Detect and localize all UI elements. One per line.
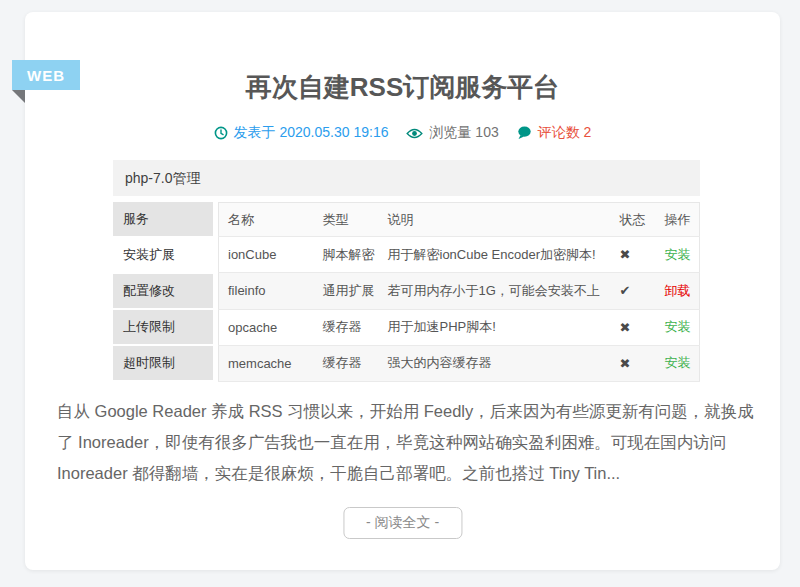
- views-text: 浏览量 103: [429, 124, 498, 142]
- post-title[interactable]: 再次自建RSS订阅服务平台: [25, 70, 780, 105]
- category-tag-web[interactable]: WEB: [12, 60, 80, 90]
- comment-icon: [517, 126, 532, 140]
- cell-name: ionCube: [219, 237, 314, 273]
- sidebar-item-install-extensions[interactable]: 安装扩展: [113, 238, 213, 272]
- eye-icon: [406, 127, 423, 140]
- header-action: 操作: [656, 203, 700, 237]
- cell-name: fileinfo: [219, 273, 314, 309]
- panel-sidebar: 服务 安装扩展 配置修改 上传限制 超时限制: [113, 202, 213, 382]
- sidebar-item-upload-limit[interactable]: 上传限制: [113, 310, 213, 344]
- extensions-table: 名称 类型 说明 状态 操作 ionCube 脚本解密 用于解密ionCube …: [218, 202, 700, 382]
- header-name: 名称: [219, 203, 314, 237]
- sidebar-item-services[interactable]: 服务: [113, 202, 213, 236]
- table-header-row: 名称 类型 说明 状态 操作: [219, 203, 700, 237]
- clock-icon: [214, 126, 228, 140]
- sidebar-item-config-edit[interactable]: 配置修改: [113, 274, 213, 308]
- comments-text: 评论数 2: [538, 124, 592, 142]
- table-row: opcache 缓存器 用于加速PHP脚本! ✖ 安装: [219, 309, 700, 345]
- cell-type: 缓存器: [314, 345, 379, 381]
- table-row: fileinfo 通用扩展 若可用内存小于1G，可能会安装不上 ✔ 卸载: [219, 273, 700, 309]
- table-row: ionCube 脚本解密 用于解密ionCube Encoder加密脚本! ✖ …: [219, 237, 700, 273]
- ribbon-fold: [12, 90, 25, 103]
- panel-title: php-7.0管理: [113, 160, 700, 196]
- published-meta: 发表于 2020.05.30 19:16: [214, 124, 389, 142]
- php-admin-panel: php-7.0管理 服务 安装扩展 配置修改 上传限制 超时限制 名称 类型 说…: [113, 160, 700, 382]
- post-meta: 发表于 2020.05.30 19:16 浏览量 103 评论数 2: [25, 124, 780, 142]
- published-text: 发表于 2020.05.30 19:16: [234, 124, 389, 142]
- uninstall-link[interactable]: 卸载: [665, 283, 691, 298]
- header-status: 状态: [611, 203, 656, 237]
- install-link[interactable]: 安装: [665, 247, 691, 262]
- panel-body: 服务 安装扩展 配置修改 上传限制 超时限制 名称 类型 说明 状态 操作: [113, 202, 700, 382]
- cell-name: opcache: [219, 309, 314, 345]
- cell-desc: 用于解密ionCube Encoder加密脚本!: [379, 237, 611, 273]
- cell-type: 缓存器: [314, 309, 379, 345]
- header-desc: 说明: [379, 203, 611, 237]
- cell-desc: 用于加速PHP脚本!: [379, 309, 611, 345]
- comments-meta: 评论数 2: [517, 124, 592, 142]
- status-check-icon: ✔: [611, 273, 656, 309]
- post-card: 再次自建RSS订阅服务平台 发表于 2020.05.30 19:16 浏览量 1…: [25, 12, 780, 570]
- cell-type: 通用扩展: [314, 273, 379, 309]
- post-excerpt: 自从 Google Reader 养成 RSS 习惯以来，开始用 Feedly，…: [57, 396, 757, 489]
- cell-desc: 若可用内存小于1G，可能会安装不上: [379, 273, 611, 309]
- status-cross-icon: ✖: [611, 345, 656, 381]
- install-link[interactable]: 安装: [665, 319, 691, 334]
- install-link[interactable]: 安装: [665, 355, 691, 370]
- cell-desc: 强大的内容缓存器: [379, 345, 611, 381]
- sidebar-item-timeout-limit[interactable]: 超时限制: [113, 346, 213, 380]
- table-row: memcache 缓存器 强大的内容缓存器 ✖ 安装: [219, 345, 700, 381]
- header-type: 类型: [314, 203, 379, 237]
- cell-name: memcache: [219, 345, 314, 381]
- views-meta: 浏览量 103: [406, 124, 498, 142]
- cell-type: 脚本解密: [314, 237, 379, 273]
- status-cross-icon: ✖: [611, 309, 656, 345]
- status-cross-icon: ✖: [611, 237, 656, 273]
- read-more-button[interactable]: - 阅读全文 -: [343, 507, 462, 539]
